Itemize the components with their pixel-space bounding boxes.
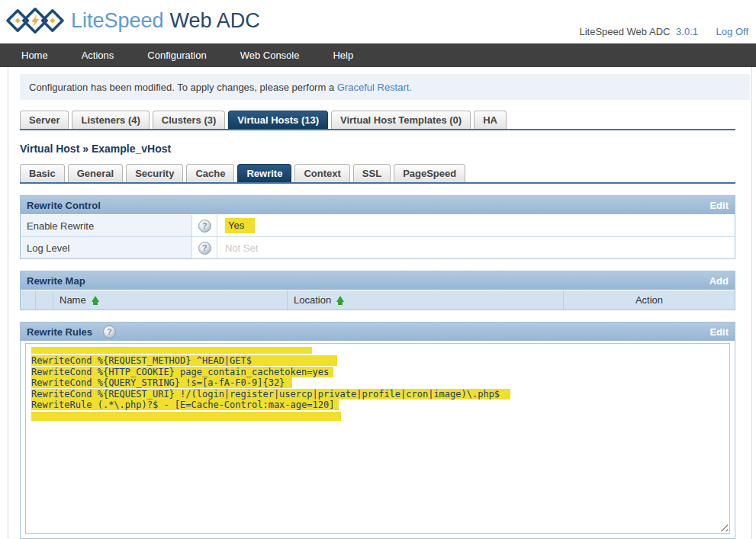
vhost-tab-underline bbox=[20, 182, 735, 184]
logo-text-secondary: Web ADC bbox=[170, 9, 260, 33]
column-header-name[interactable]: Name bbox=[60, 294, 86, 306]
column-index bbox=[36, 290, 53, 310]
banner-text: Configuration has been modified. To appl… bbox=[29, 82, 334, 93]
subtab-context[interactable]: Context bbox=[294, 164, 349, 182]
nav-item-configuration[interactable]: Configuration bbox=[147, 50, 206, 61]
column-header-action: Action bbox=[635, 294, 663, 306]
enable-rewrite-value: Yes bbox=[225, 218, 255, 233]
tab-listeners[interactable]: Listeners (4) bbox=[72, 111, 149, 129]
nav-item-web-console[interactable]: Web Console bbox=[240, 50, 300, 61]
column-header-location[interactable]: Location bbox=[294, 294, 331, 306]
rewrite-rules-edit-link[interactable]: Edit bbox=[709, 326, 729, 338]
rewrite-map-column-header-row: Name Location Action bbox=[21, 290, 735, 310]
subtab-cache[interactable]: Cache bbox=[186, 164, 234, 182]
rewrite-rule-line: RewriteRule (.*\.php)?$ - [E=Cache-Contr… bbox=[31, 399, 729, 411]
highlight-band bbox=[31, 347, 312, 354]
subtab-ssl[interactable]: SSL bbox=[353, 164, 391, 182]
enable-rewrite-row: Enable Rewrite ? Yes bbox=[21, 214, 735, 236]
content-frame: Configuration has been modified. To appl… bbox=[8, 67, 752, 539]
vhost-tab-bar: Basic General Security Cache Rewrite Con… bbox=[20, 164, 751, 182]
tab-virtual-hosts[interactable]: Virtual Hosts (13) bbox=[228, 111, 328, 129]
main-nav: Home Actions Configuration Web Console H… bbox=[0, 43, 756, 67]
nav-item-actions[interactable]: Actions bbox=[82, 50, 114, 61]
rewrite-control-edit-link[interactable]: Edit bbox=[709, 200, 729, 211]
tab-server[interactable]: Server bbox=[20, 111, 69, 129]
rewrite-map-section: Rewrite Map Add Name Location Action bbox=[20, 271, 735, 310]
rewrite-map-header: Rewrite Map Add bbox=[21, 271, 735, 290]
textarea-resize-handle[interactable] bbox=[718, 521, 728, 531]
subtab-general[interactable]: General bbox=[68, 164, 123, 182]
subtab-security[interactable]: Security bbox=[126, 164, 183, 182]
main-tab-underline bbox=[20, 129, 735, 130]
rewrite-rules-section: Rewrite Rules ? Edit RewriteCond %{REQUE… bbox=[20, 322, 735, 539]
help-icon[interactable]: ? bbox=[198, 242, 211, 255]
help-icon[interactable]: ? bbox=[198, 220, 211, 233]
litespeed-logo-icon bbox=[6, 5, 64, 37]
main-tab-bar: Server Listeners (4) Clusters (3) Virtua… bbox=[20, 111, 751, 129]
rewrite-map-add-link[interactable]: Add bbox=[709, 275, 729, 287]
nav-item-help[interactable]: Help bbox=[333, 50, 353, 61]
subtab-pagespeed[interactable]: PageSpeed bbox=[394, 164, 465, 182]
log-level-row: Log Level ? Not Set bbox=[21, 236, 735, 258]
log-off-link[interactable]: Log Off bbox=[716, 26, 748, 37]
row-label: Log Level bbox=[21, 237, 192, 258]
logo-text-primary: LiteSpeed bbox=[71, 9, 164, 33]
graceful-restart-link[interactable]: Graceful Restart bbox=[337, 82, 410, 93]
rewrite-rules-textarea[interactable]: RewriteCond %{REQUEST_METHOD} ^HEAD|GET$… bbox=[25, 343, 730, 534]
app-header: LiteSpeed Web ADC LiteSpeed Web ADC 3.0.… bbox=[0, 0, 756, 43]
section-title: Rewrite Rules bbox=[27, 326, 92, 338]
banner-suffix: . bbox=[409, 82, 412, 93]
tab-ha[interactable]: HA bbox=[474, 111, 507, 129]
version-link[interactable]: 3.0.1 bbox=[676, 26, 698, 37]
rewrite-control-section: Rewrite Control Edit Enable Rewrite ? Ye… bbox=[20, 195, 735, 259]
sort-ascending-icon[interactable] bbox=[336, 296, 344, 302]
rewrite-rules-header: Rewrite Rules ? Edit bbox=[21, 322, 735, 341]
subtab-rewrite[interactable]: Rewrite bbox=[237, 164, 291, 182]
rewrite-rule-line: RewriteCond %{REQUEST_METHOD} ^HEAD|GET$ bbox=[31, 355, 729, 367]
section-title: Rewrite Control bbox=[27, 200, 101, 211]
nav-item-home[interactable]: Home bbox=[21, 50, 48, 61]
subtab-basic[interactable]: Basic bbox=[20, 164, 65, 182]
rewrite-control-header: Rewrite Control Edit bbox=[21, 196, 735, 214]
column-select bbox=[21, 290, 36, 310]
log-level-value: Not Set bbox=[225, 242, 258, 254]
row-label: Enable Rewrite bbox=[21, 215, 192, 236]
help-icon[interactable]: ? bbox=[103, 326, 116, 338]
header-meta: LiteSpeed Web ADC 3.0.1 Log Off bbox=[579, 26, 748, 37]
tab-virtual-host-templates[interactable]: Virtual Host Templates (0) bbox=[331, 111, 471, 129]
breadcrumb: Virtual Host » Example_vHost bbox=[20, 143, 751, 155]
section-title: Rewrite Map bbox=[27, 275, 85, 287]
rewrite-rule-line: RewriteCond %{QUERY_STRING} !s=[a-fA-F0-… bbox=[31, 377, 729, 389]
highlight-band bbox=[31, 412, 341, 421]
tab-clusters[interactable]: Clusters (3) bbox=[153, 111, 226, 129]
logo: LiteSpeed Web ADC bbox=[6, 5, 260, 37]
product-name: LiteSpeed Web ADC bbox=[579, 26, 670, 37]
sort-ascending-icon[interactable] bbox=[92, 296, 99, 302]
config-modified-banner: Configuration has been modified. To appl… bbox=[20, 74, 750, 100]
rewrite-rule-line: RewriteCond %{HTTP_COOKIE} page_contain_… bbox=[31, 367, 729, 378]
rewrite-rule-line: RewriteCond %{REQUEST_URI} !/(login|regi… bbox=[31, 389, 729, 400]
